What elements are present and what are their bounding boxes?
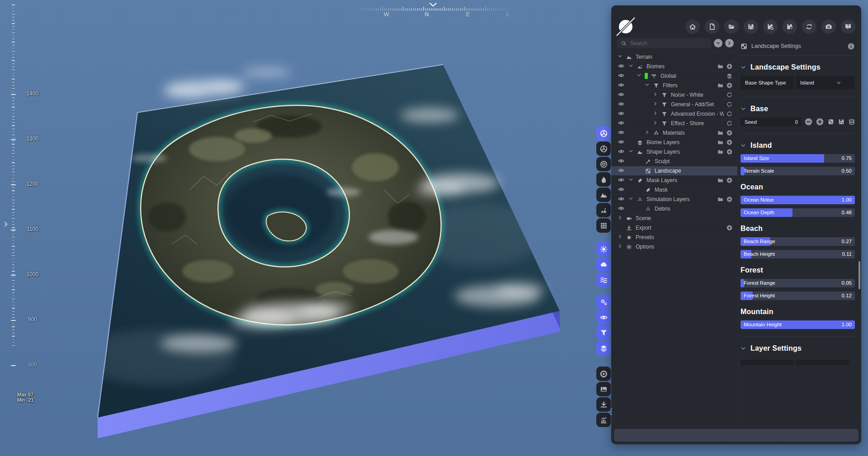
tree-row-biome-layers[interactable]: Biome Layers xyxy=(611,137,737,147)
help-button[interactable]: ? xyxy=(841,19,855,34)
visibility-eye-icon[interactable] xyxy=(618,91,628,99)
folder-icon[interactable] xyxy=(717,130,724,136)
placeholder-box[interactable] xyxy=(796,360,849,365)
tree-row-landscape[interactable]: Landscape xyxy=(611,166,737,175)
base-shape-type-select[interactable]: Island xyxy=(796,76,855,89)
panel-resize-handle[interactable] xyxy=(611,408,612,415)
seed-history-button[interactable] xyxy=(848,118,855,125)
grid-mode[interactable] xyxy=(596,218,611,233)
add-icon[interactable] xyxy=(726,225,733,231)
slider-mountain-height[interactable]: Mountain Height1.00 xyxy=(741,320,855,329)
slider-ocean-depth[interactable]: Ocean Depth0.48 xyxy=(741,208,855,217)
seed-decrement-button[interactable] xyxy=(804,118,813,126)
section-header-island[interactable]: Island xyxy=(741,141,855,150)
add-icon[interactable] xyxy=(726,177,733,183)
water-mode[interactable] xyxy=(596,172,611,187)
planet-wire-mode[interactable] xyxy=(596,141,611,156)
save-edit-button[interactable] xyxy=(783,19,797,34)
visibility-eye-icon[interactable] xyxy=(618,110,628,118)
chevron-down-icon[interactable] xyxy=(645,82,653,89)
auto-settings-toggle[interactable] xyxy=(596,295,611,309)
spiral-mode[interactable] xyxy=(596,157,611,171)
chevron-down-icon[interactable] xyxy=(637,73,645,79)
snapshot-button[interactable] xyxy=(596,382,611,396)
folder-icon[interactable] xyxy=(717,63,724,70)
home-button[interactable] xyxy=(685,19,700,34)
seed-increment-button[interactable] xyxy=(816,118,824,126)
section-header-layer-settings[interactable]: Layer Settings xyxy=(741,344,855,353)
app-logo-icon[interactable] xyxy=(618,19,633,34)
sun-toggle[interactable] xyxy=(596,242,611,256)
side-panel-expand-chevron[interactable] xyxy=(3,221,9,228)
slider-beach-height[interactable]: Beach Height0.11 xyxy=(741,250,855,259)
section-header-landscape-settings[interactable]: Landscape Settings xyxy=(741,63,855,71)
add-icon[interactable] xyxy=(726,130,733,136)
stats-button[interactable] xyxy=(596,413,611,427)
settings-scrollbar[interactable] xyxy=(859,261,860,289)
chevron-down-icon[interactable] xyxy=(618,54,626,60)
chevron-down-icon[interactable] xyxy=(628,196,637,202)
tree-row-mask[interactable]: Mask xyxy=(611,185,737,194)
save-seed-button[interactable] xyxy=(838,118,845,125)
refresh-icon[interactable] xyxy=(726,120,733,127)
slider-island-size[interactable]: Island Size0.75 xyxy=(741,154,855,163)
folder-icon[interactable] xyxy=(717,82,724,89)
add-icon[interactable] xyxy=(726,82,733,89)
chevron-down-icon[interactable] xyxy=(628,177,637,183)
circle-chevron-down-button[interactable] xyxy=(714,39,722,47)
slider-forest-height[interactable]: Forest Height0.12 xyxy=(741,291,855,300)
chevron-right-icon[interactable] xyxy=(653,111,661,117)
chevron-right-icon[interactable] xyxy=(618,215,626,221)
tree-row-general-add-set[interactable]: General - Add/Set xyxy=(611,99,737,109)
planet-mode[interactable] xyxy=(596,126,611,141)
search-input-box[interactable] xyxy=(618,38,711,48)
visibility-eye-icon[interactable] xyxy=(618,196,628,203)
sync-button[interactable] xyxy=(802,19,816,34)
visibility-eye-icon[interactable] xyxy=(618,148,628,155)
tree-row-debris[interactable]: Debris xyxy=(611,204,737,213)
open-folder-button[interactable] xyxy=(724,19,739,34)
save-button[interactable] xyxy=(744,19,758,34)
tree-row-terrain[interactable]: Terrain xyxy=(611,52,737,61)
visibility-eye-icon[interactable] xyxy=(618,177,628,184)
save-as-new-button[interactable] xyxy=(763,19,778,34)
screenshot-button[interactable] xyxy=(821,19,836,34)
visibility-eye-icon[interactable] xyxy=(618,101,628,108)
chevron-right-icon[interactable] xyxy=(653,120,661,127)
clouds-toggle[interactable] xyxy=(596,257,611,272)
tree-row-biomes[interactable]: Biomes xyxy=(611,61,737,71)
layers-toggle[interactable] xyxy=(596,341,611,355)
visibility-eye-icon[interactable] xyxy=(618,82,628,89)
tree-row-global[interactable]: Global xyxy=(611,71,737,80)
visibility-eye-icon[interactable] xyxy=(618,167,628,174)
add-icon[interactable] xyxy=(726,139,733,146)
slider-forest-range[interactable]: Forest Range0.05 xyxy=(741,279,855,287)
chevron-right-icon[interactable] xyxy=(653,101,661,108)
chevron-down-icon[interactable] xyxy=(628,149,637,155)
tree-row-export[interactable]: Export xyxy=(611,223,737,232)
visibility-eye-icon[interactable] xyxy=(618,158,628,165)
slider-ocean-noise[interactable]: Ocean Noise1.00 xyxy=(741,196,855,204)
folder-icon[interactable] xyxy=(717,196,724,202)
tree-row-noise-white[interactable]: Noise - White xyxy=(611,90,737,99)
seed-input[interactable]: Seed0 xyxy=(741,118,802,126)
placeholder-box[interactable] xyxy=(741,360,794,365)
visibility-eye-icon[interactable] xyxy=(618,139,628,146)
add-icon[interactable] xyxy=(726,63,733,70)
refresh-icon[interactable] xyxy=(726,101,733,108)
add-icon[interactable] xyxy=(726,196,733,202)
tree-row-sculpt[interactable]: Sculpt xyxy=(611,156,737,166)
visibility-eye-icon[interactable] xyxy=(618,129,628,136)
tree-row-advanced-erosion-wi[interactable]: Advanced Erosion - Wi xyxy=(611,109,737,118)
search-input[interactable] xyxy=(629,40,708,47)
export-image-button[interactable] xyxy=(596,397,611,412)
tree-row-mask-layers[interactable]: Mask Layers xyxy=(611,175,737,185)
slider-terrain-scale[interactable]: Terrain Scale0.50 xyxy=(741,167,855,175)
ocean-toggle[interactable] xyxy=(596,273,611,287)
record-button[interactable] xyxy=(596,367,611,381)
chevron-right-icon[interactable] xyxy=(618,244,626,250)
chevron-right-icon[interactable] xyxy=(645,130,653,136)
tree-row-effect-shore[interactable]: Effect - Shore xyxy=(611,118,737,128)
tree-row-options[interactable]: Options xyxy=(611,242,737,251)
tree-row-simulation-layers[interactable]: Simulation Layers xyxy=(611,194,737,204)
